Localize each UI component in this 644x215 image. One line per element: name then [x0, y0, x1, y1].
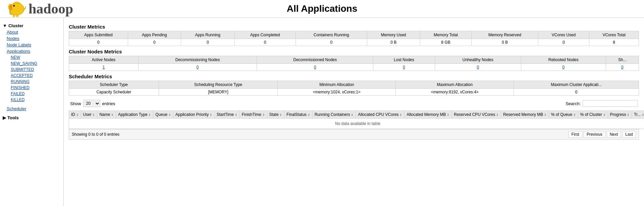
nodes-metric-value-4: 0	[435, 64, 521, 71]
cluster-header[interactable]: ▼ Cluster	[3, 23, 61, 29]
sidebar-item-finished[interactable]: FINISHED	[3, 85, 61, 91]
apps-col-header-7[interactable]: FinishTime ⇕	[239, 111, 267, 119]
cluster-metrics-table: Apps SubmittedApps PendingApps RunningAp…	[69, 31, 639, 46]
sidebar-item-killed[interactable]: KILLED	[3, 97, 61, 103]
sidebar-item-scheduler[interactable]: Scheduler	[3, 105, 61, 112]
nodes-metric-value-6: 0	[606, 64, 639, 71]
sidebar-item-failed[interactable]: FAILED	[3, 91, 61, 97]
apps-col-header-12[interactable]: Allocated Memory MB ⇕	[405, 111, 452, 119]
apps-col-header-6[interactable]: StartTime ⇕	[214, 111, 239, 119]
first-button[interactable]: First	[569, 131, 582, 138]
apps-col-label-15: % of Queue	[551, 112, 572, 117]
sort-icon-11: ⇕	[399, 113, 402, 117]
apps-col-label-7: FinishTime	[242, 112, 261, 117]
apps-col-label-17: Progress	[610, 112, 626, 117]
apps-col-label-8: State	[269, 112, 279, 117]
sidebar-item-accepted[interactable]: ACCEPTED	[3, 73, 61, 79]
sort-icon-12: ⇕	[446, 113, 450, 117]
apps-col-header-2[interactable]: Name ⇕	[97, 111, 116, 119]
apps-col-header-13[interactable]: Reserved CPU VCores ⇕	[452, 111, 501, 119]
sidebar-item-node-labels[interactable]: Node Labels	[3, 42, 61, 48]
apps-col-label-3: Application Type	[118, 112, 148, 117]
apps-col-header-1[interactable]: User ⇕	[81, 111, 97, 119]
last-button[interactable]: Last	[622, 131, 636, 138]
tools-arrow: ▶	[3, 115, 6, 120]
next-button[interactable]: Next	[607, 131, 621, 138]
apps-col-header-17[interactable]: Progress ⇕	[608, 111, 632, 119]
sort-icon-4: ⇕	[167, 113, 171, 117]
tools-header[interactable]: ▶ Tools	[3, 115, 61, 121]
sched-metric-value-4: 0	[514, 89, 639, 96]
apps-col-label-10: Running Containers	[315, 112, 350, 117]
apps-col-header-11[interactable]: Allocated CPU VCores ⇕	[356, 111, 405, 119]
sort-icon-7: ⇕	[261, 113, 265, 117]
sidebar-item-running[interactable]: RUNNING	[3, 79, 61, 85]
sidebar-item-applications[interactable]: Applications	[3, 48, 61, 54]
previous-button[interactable]: Previous	[584, 131, 605, 138]
sched-metric-header-2: Minimum Allocation	[278, 81, 396, 89]
sched-metric-value-2: <memory:1024, vCores:1>	[278, 89, 396, 96]
entries-per-page-select[interactable]: 20 10 25 50 100	[83, 100, 100, 107]
apps-col-header-0[interactable]: ID ⇕	[69, 111, 81, 119]
sched-metric-header-4: Maximum Cluster Applicati...	[514, 81, 639, 89]
apps-col-header-4[interactable]: Queue ⇕	[153, 111, 173, 119]
apps-col-header-9[interactable]: FinalStatus ⇕	[284, 111, 313, 119]
search-bar: Search:	[566, 100, 638, 107]
cluster-metric-value-5: 0 B	[367, 39, 420, 46]
sort-icon-17: ⇕	[626, 113, 630, 117]
nodes-metric-header-1: Decommissioning Nodes	[138, 56, 257, 64]
cluster-metric-value-6: 8 GB	[420, 39, 471, 46]
svg-point-4	[13, 5, 15, 6]
apps-col-header-16[interactable]: % of Cluster ⇕	[578, 111, 608, 119]
cluster-metric-value-1: 0	[128, 39, 181, 46]
cluster-metrics-value-row: 000000 B8 GB0 B08	[69, 39, 639, 46]
apps-col-header-3[interactable]: Application Type ⇕	[116, 111, 153, 119]
nodes-metric-value-5: 0	[521, 64, 606, 71]
scheduler-metrics-title: Scheduler Metrics	[69, 74, 639, 79]
apps-col-header-5[interactable]: Application Priority ⇕	[173, 111, 214, 119]
cluster-metric-header-8: VCores Used	[538, 31, 589, 39]
nodes-metric-header-5: Rebooted Nodes	[521, 56, 606, 64]
sched-metric-header-1: Scheduling Resource Type	[159, 81, 277, 89]
table-footer: Showing 0 to 0 of 0 entries First Previo…	[69, 129, 639, 140]
sidebar-item-new[interactable]: NEW	[3, 54, 61, 60]
sched-metric-value-1: [MEMORY]	[159, 89, 277, 96]
hadoop-logo	[7, 0, 27, 18]
cluster-metric-value-3: 0	[234, 39, 296, 46]
header: hadoop All Applications	[0, 0, 644, 18]
apps-col-header-14[interactable]: Reserved Memory MB ⇕	[501, 111, 549, 119]
apps-col-header-18[interactable]: Tr... ⇕	[632, 111, 644, 119]
cluster-metric-header-4: Containers Running	[296, 31, 367, 39]
sort-icon-10: ⇕	[350, 113, 354, 117]
main-layout: ▼ Cluster About Nodes Node Labels Applic…	[0, 18, 644, 206]
entries-label: entries	[102, 101, 115, 106]
sched-metric-header-0: Scheduler Type	[69, 81, 159, 89]
logo-area: hadoop	[7, 0, 73, 18]
cluster-metric-header-2: Apps Running	[181, 31, 234, 39]
apps-col-header-10[interactable]: Running Containers ⇕	[312, 111, 356, 119]
cluster-arrow: ▼	[3, 23, 7, 28]
nodes-metric-value-2: 0	[257, 64, 373, 71]
cluster-metric-value-2: 0	[181, 39, 234, 46]
sort-icon-13: ⇕	[495, 113, 499, 117]
apps-col-label-11: Allocated CPU VCores	[358, 112, 398, 117]
sort-icon-2: ⇕	[110, 113, 114, 117]
sidebar-item-new-saving[interactable]: NEW_SAVING	[3, 60, 61, 67]
showing-info: Showing 0 to 0 of 0 entries	[72, 132, 119, 137]
sidebar-item-nodes[interactable]: Nodes	[3, 35, 61, 42]
apps-col-header-8[interactable]: State ⇕	[267, 111, 284, 119]
apps-col-label-0: ID	[71, 112, 75, 117]
cluster-metric-header-1: Apps Pending	[128, 31, 181, 39]
sidebar-item-about[interactable]: About	[3, 29, 61, 35]
apps-col-label-12: Allocated Memory MB	[407, 112, 446, 117]
no-data-message: No data available in table	[69, 119, 644, 129]
sort-icon-1: ⇕	[92, 113, 95, 117]
cluster-label: Cluster	[8, 23, 23, 28]
cluster-metric-value-8: 0	[538, 39, 589, 46]
apps-col-label-13: Reserved CPU VCores	[454, 112, 495, 117]
search-input[interactable]	[583, 100, 638, 107]
logo-text: hadoop	[29, 1, 73, 17]
cluster-nodes-table: Active NodesDecommissioning NodesDecommi…	[69, 56, 639, 71]
apps-col-header-15[interactable]: % of Queue ⇕	[549, 111, 578, 119]
sidebar-item-submitted[interactable]: SUBMITTED	[3, 67, 61, 73]
